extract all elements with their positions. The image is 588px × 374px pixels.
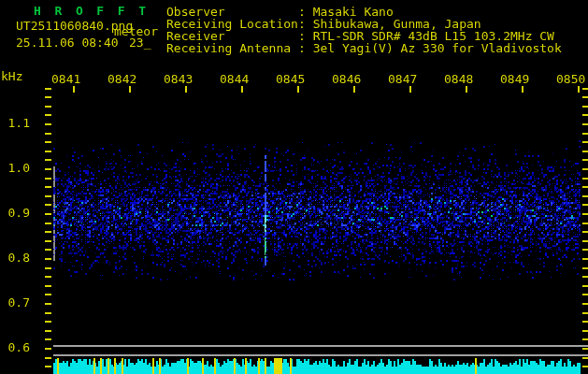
freq-tick-left [45, 168, 51, 170]
time-tick-label: 0850 [556, 74, 585, 85]
freq-tick-right [582, 204, 588, 206]
freq-tick-left [45, 348, 51, 350]
time-tick-label: 0848 [444, 74, 473, 85]
freq-tick-left [45, 141, 51, 143]
freq-tick-label: 0.7 [4, 297, 30, 309]
freq-tick-left [45, 321, 51, 323]
freq-tick-left [45, 133, 51, 135]
freq-tick-left [45, 338, 51, 340]
time-tick [353, 86, 355, 93]
freq-tick-left [45, 249, 51, 251]
spectrogram-canvas [0, 0, 588, 374]
time-tick-label: 0841 [51, 74, 80, 85]
freq-tick-left [45, 258, 51, 260]
freq-tick-right [582, 348, 588, 350]
freq-tick-right [582, 123, 588, 125]
freq-tick-label: 1.1 [4, 118, 30, 129]
freq-tick-right [582, 195, 588, 197]
freq-tick-left [45, 231, 51, 233]
time-tick-label: 0842 [108, 74, 136, 85]
freq-tick-left [45, 240, 51, 242]
time-tick-label: 0846 [332, 74, 361, 85]
freq-tick-right [582, 213, 588, 215]
freq-tick-left [45, 357, 51, 359]
freq-tick-left [45, 186, 51, 188]
freq-tick-right [582, 106, 588, 108]
freq-tick-left [45, 123, 51, 125]
freq-tick-right [582, 96, 588, 98]
time-tick [73, 86, 75, 93]
freq-tick-left [45, 114, 51, 116]
freq-tick-left [45, 213, 51, 215]
freq-tick-left [45, 178, 51, 180]
freq-tick-right [582, 141, 588, 143]
freq-tick-right [582, 88, 588, 90]
freq-tick-right [582, 231, 588, 233]
freq-tick-right [582, 114, 588, 116]
time-tick [185, 86, 187, 93]
freq-tick-right [582, 330, 588, 332]
freq-tick-left [45, 276, 51, 278]
freq-tick-left [45, 151, 51, 152]
time-tick-label: 0845 [276, 74, 305, 85]
freq-tick-left [45, 285, 51, 287]
freq-tick-label: 0.8 [4, 252, 30, 264]
khz-unit-label: kHz [1, 71, 22, 82]
freq-tick-left [45, 303, 51, 305]
freq-tick-left [45, 159, 51, 161]
datetime-label: 25.11.06 08:40 [16, 37, 119, 49]
info-row: Receiving Antenna: 3el Yagi(V) Az 330 fo… [166, 43, 562, 54]
app-title: H R O F F T [34, 6, 150, 17]
freq-tick-right [582, 294, 588, 295]
freq-tick-right [582, 338, 588, 340]
freq-tick-right [582, 366, 588, 367]
freq-tick-label: 0.9 [4, 208, 30, 219]
hrofft-window: H R O F F T UT2511060840.png meteor 25.1… [0, 0, 588, 374]
freq-tick-left [45, 330, 51, 332]
freq-tick-right [582, 223, 588, 224]
freq-tick-right [582, 321, 588, 323]
freq-tick-left [45, 312, 51, 314]
freq-tick-right [582, 249, 588, 251]
time-tick-label: 0843 [164, 74, 193, 85]
freq-tick-right [582, 258, 588, 260]
freq-tick-right [582, 303, 588, 305]
time-tick [466, 86, 467, 93]
time-tick-label: 0849 [500, 74, 529, 85]
freq-tick-left [45, 88, 51, 90]
freq-tick-left [45, 294, 51, 295]
freq-tick-label: 1.0 [4, 163, 30, 174]
time-tick [522, 86, 523, 93]
time-tick [578, 86, 580, 93]
freq-tick-left [45, 195, 51, 197]
freq-tick-right [582, 178, 588, 180]
freq-tick-right [582, 276, 588, 278]
seconds-counter: 23_ [129, 37, 151, 49]
time-tick [241, 86, 243, 93]
freq-tick-right [582, 312, 588, 314]
freq-tick-right [582, 267, 588, 269]
time-tick-label: 0847 [388, 74, 417, 85]
time-tick [129, 86, 131, 93]
freq-tick-right [582, 186, 588, 188]
freq-tick-right [582, 133, 588, 135]
time-tick [297, 86, 299, 93]
freq-tick-left [45, 223, 51, 224]
freq-tick-label: 0.6 [4, 342, 30, 353]
freq-tick-left [45, 204, 51, 206]
time-tick [409, 86, 411, 93]
freq-tick-right [582, 285, 588, 287]
freq-tick-right [582, 240, 588, 242]
freq-tick-right [582, 159, 588, 161]
freq-tick-right [582, 151, 588, 152]
freq-tick-left [45, 366, 51, 367]
freq-tick-left [45, 96, 51, 98]
freq-tick-right [582, 357, 588, 359]
time-tick-label: 0844 [220, 74, 249, 85]
freq-tick-right [582, 168, 588, 170]
info-value: : 3el Yagi(V) Az 330 for Vladivostok [298, 41, 562, 55]
freq-tick-left [45, 267, 51, 269]
info-label: Receiving Antenna [166, 43, 298, 54]
freq-tick-left [45, 106, 51, 108]
